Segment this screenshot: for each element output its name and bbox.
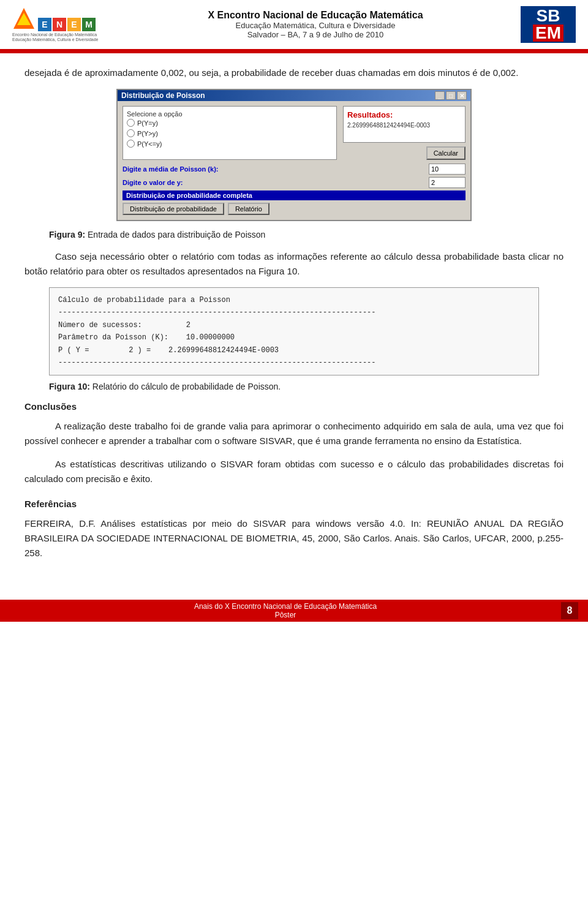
radio-pYy-label: P(Y=y)	[137, 119, 158, 127]
input-row-k: Digite a média de Poisson (k):	[123, 164, 466, 175]
window-title: Distribuição de Poisson	[121, 91, 205, 100]
distrib-btn1[interactable]: Distribuição de probabilidade	[123, 203, 224, 215]
referencias-heading: Referências	[24, 499, 564, 509]
page-header: E N E M Encontro Nacional de Educação Ma…	[0, 0, 588, 51]
window-left-panel: Selecione a opção P(Y=y) P(Y>y) P(Y<=y)	[123, 106, 337, 160]
figure9-caption: Figura 9: Entrada de dados para distribu…	[49, 230, 564, 240]
window-inner: Selecione a opção P(Y=y) P(Y>y) P(Y<=y)	[123, 106, 466, 160]
figure10-bold: Figura 10:	[49, 382, 90, 391]
paragraph-report-intro: Caso seja necessário obter o relatório c…	[24, 249, 564, 279]
footer-main-text: Anais do X Encontro Nacional de Educação…	[10, 602, 561, 611]
conference-title: X Encontro Nacional de Educação Matemáti…	[110, 10, 521, 21]
label-k: Digite a média de Poisson (k):	[123, 165, 425, 173]
enem-letters: E N E M	[38, 18, 96, 31]
distrib-label: Distribuição de probabilidade completa	[126, 192, 252, 199]
header-title-block: X Encontro Nacional de Educação Matemáti…	[110, 10, 521, 39]
minimize-btn[interactable]: _	[435, 91, 445, 100]
input-k[interactable]	[429, 164, 466, 175]
label-y: Digite o valor de y:	[123, 179, 425, 186]
input-y[interactable]	[429, 177, 466, 188]
report-line3: Número de sucessos: 2	[58, 319, 530, 331]
figure10-text: Relatório do cálculo de probabilidade de…	[90, 382, 281, 391]
window-body: Selecione a opção P(Y=y) P(Y>y) P(Y<=y)	[118, 101, 470, 220]
figure9-text: Entrada de dados para distribuição de Po…	[85, 230, 265, 240]
radio-pYgt-label: P(Y>y)	[137, 130, 158, 137]
paragraph-conclusoes2: As estatísticas descritivas utilizando o…	[24, 457, 564, 486]
main-content: desejada é de aproximadamente 0,002, ou …	[0, 53, 588, 575]
page-number-badge: 8	[561, 602, 578, 619]
window-controls: _ □ ✕	[435, 91, 467, 100]
conference-subtitle2: Salvador – BA, 7 a 9 de Julho de 2010	[110, 30, 521, 39]
sbem-bottom: EM	[533, 25, 564, 42]
radio-pYy-input[interactable]	[127, 119, 135, 127]
radio-pYlte-input[interactable]	[127, 140, 135, 148]
figure9-bold: Figura 9:	[49, 230, 85, 240]
sbem-top: SB	[533, 7, 564, 25]
poisson-window-figure: Distribuição de Poisson _ □ ✕ Selecione …	[116, 89, 472, 221]
distrib-btn2[interactable]: Relatório	[228, 203, 270, 215]
radio-pYlte-label: P(Y<=y)	[137, 140, 162, 148]
maximize-btn[interactable]: □	[446, 91, 456, 100]
triangle-logo-icon	[12, 7, 36, 31]
input-row-y: Digite o valor de y:	[123, 177, 466, 188]
window-titlebar: Distribuição de Poisson _ □ ✕	[118, 90, 470, 101]
sbem-logo: SB EM	[521, 6, 576, 43]
report-line6: ----------------------------------------…	[58, 356, 530, 369]
footer-text-block: Anais do X Encontro Nacional de Educação…	[10, 602, 561, 619]
radio-pYlte: P(Y<=y)	[127, 140, 333, 148]
radio-pYy: P(Y=y)	[127, 119, 333, 127]
resultados-box: Resultados: 2.26999648812424494E-0003	[343, 106, 466, 143]
logo-subtitle: Encontro Nacional de Educação Matemática…	[12, 32, 98, 43]
paragraph-conclusoes1: A realização deste trabalho foi de grand…	[24, 419, 564, 448]
window-right-panel: Resultados: 2.26999648812424494E-0003 Ca…	[343, 106, 466, 160]
selecione-label: Selecione a opção	[127, 110, 333, 118]
footer-sub-text: Pôster	[10, 611, 561, 619]
radio-pYgt-input[interactable]	[127, 129, 135, 137]
conference-subtitle1: Educação Matemática, Cultura e Diversida…	[110, 21, 521, 30]
report-line2: ----------------------------------------…	[58, 306, 530, 319]
reference1: FERREIRA, D.F. Análises estatísticas por…	[24, 516, 564, 560]
resultados-title: Resultados:	[347, 110, 461, 119]
calcular-button[interactable]: Calcular	[426, 146, 466, 160]
distrib-bar: Distribuição de probabilidade completa	[123, 190, 466, 200]
logo-left: E N E M Encontro Nacional de Educação Ma…	[12, 7, 110, 43]
radio-pYgt: P(Y>y)	[127, 129, 333, 137]
report-line1: Cálculo de probabilidade para a Poisson	[58, 294, 530, 306]
paragraph-intro: desejada é de aproximadamente 0,002, ou …	[24, 66, 564, 80]
close-btn[interactable]: ✕	[457, 91, 467, 100]
distrib-buttons: Distribuição de probabilidade Relatório	[123, 203, 466, 215]
conclusoes-heading: Conclusões	[24, 401, 564, 412]
report-line4: Parâmetro da Poisson (K): 10.00000000	[58, 331, 530, 344]
resultados-value: 2.26999648812424494E-0003	[347, 122, 461, 129]
report-box: Cálculo de probabilidade para a Poisson …	[49, 287, 539, 375]
window-bottom: Digite a média de Poisson (k): Digite o …	[123, 164, 466, 215]
figure10-caption: Figura 10: Relatório do cálculo de proba…	[49, 382, 564, 391]
page-footer: Anais do X Encontro Nacional de Educação…	[0, 600, 588, 622]
report-line5: P ( Y = 2 ) = 2.26999648812424494E-0003	[58, 344, 530, 356]
